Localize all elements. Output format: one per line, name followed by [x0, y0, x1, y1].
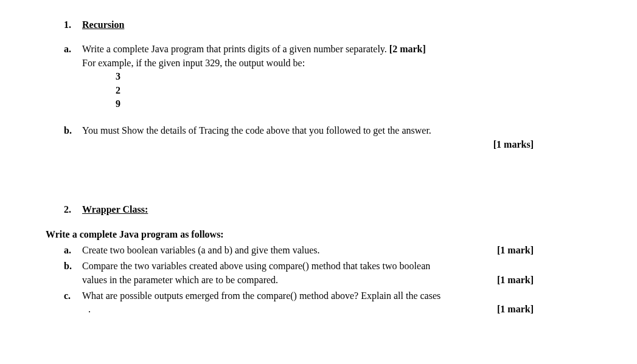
q2-title: Wrapper Class: — [82, 203, 148, 216]
q1-header: 1. Recursion — [64, 18, 600, 32]
q1-a-letter: a. — [64, 43, 82, 111]
q2-number: 2. — [64, 203, 82, 216]
q2-b-line2: values in the parameter which are to be … — [82, 273, 497, 287]
q1-a-out1: 3 — [116, 70, 600, 83]
q1-title: Recursion — [82, 18, 124, 32]
q2-c-marks: [1 mark] — [497, 303, 600, 316]
q2-b-marks: [1 mark] — [497, 273, 600, 287]
question-1: 1. Recursion a. Write a complete Java pr… — [64, 18, 600, 151]
q1-a-out3: 9 — [116, 97, 600, 111]
q2-a-content: Create two boolean variables (a and b) a… — [82, 244, 600, 257]
q2-c-letter: c. — [64, 289, 82, 317]
spacer — [64, 113, 600, 124]
q2-a-letter: a. — [64, 244, 82, 257]
q1-a-line2: For example, if the given input 329, the… — [82, 57, 600, 70]
q2-a: a. Create two boolean variables (a and b… — [64, 244, 600, 257]
q1-b-content: You must Show the details of Tracing the… — [82, 124, 600, 151]
q2-b-line1: Compare the two variables created above … — [82, 259, 600, 273]
q2-c-text: What are possible outputs emerged from t… — [82, 289, 600, 303]
q1-a-line1: Write a complete Java program that print… — [82, 44, 387, 54]
q1-b-marks: [1 marks] — [82, 138, 600, 151]
q2-c-dot-row: . [1 mark] — [82, 303, 600, 316]
q2-body: Write a complete Java program as follows… — [46, 228, 600, 317]
q1-a-line1-row: Write a complete Java program that print… — [82, 43, 600, 56]
q2-intro: Write a complete Java program as follows… — [46, 228, 600, 241]
q1-a-marks: [2 mark] — [389, 44, 426, 54]
spacer — [37, 182, 600, 203]
q1-a-content: Write a complete Java program that print… — [82, 43, 600, 111]
q2-a-text: Create two boolean variables (a and b) a… — [82, 244, 497, 257]
q1-b-text: You must Show the details of Tracing the… — [82, 124, 600, 137]
q2-b-content: Compare the two variables created above … — [82, 259, 600, 287]
q2-b: b. Compare the two variables created abo… — [64, 259, 600, 287]
q2-c-dot: . — [88, 303, 497, 316]
q1-b-letter: b. — [64, 124, 82, 151]
q2-c-content: What are possible outputs emerged from t… — [82, 289, 600, 317]
q1-a: a. Write a complete Java program that pr… — [64, 43, 600, 111]
question-2: 2. Wrapper Class: — [64, 203, 600, 216]
q2-b-letter: b. — [64, 259, 82, 287]
q2-items: a. Create two boolean variables (a and b… — [64, 244, 600, 317]
q2-b-line2-row: values in the parameter which are to be … — [82, 273, 600, 287]
q1-number: 1. — [64, 18, 82, 32]
q2-c: c. What are possible outputs emerged fro… — [64, 289, 600, 317]
q1-b: b. You must Show the details of Tracing … — [64, 124, 600, 151]
q1-a-out2: 2 — [116, 84, 600, 97]
q2-a-marks: [1 mark] — [497, 244, 600, 257]
q2-header: 2. Wrapper Class: — [64, 203, 600, 216]
